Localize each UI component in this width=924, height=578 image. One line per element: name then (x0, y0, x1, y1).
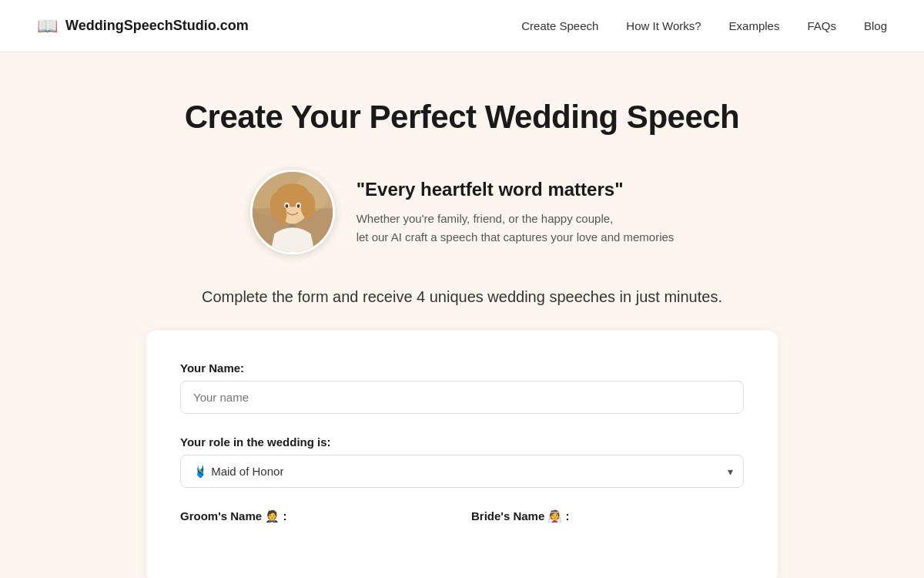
nav-faqs[interactable]: FAQs (807, 19, 836, 32)
testimonial-text: "Every heartfelt word matters" Whether y… (357, 177, 675, 246)
quote-text: "Every heartfelt word matters" (357, 177, 675, 201)
nav-links: Create Speech How It Works? Examples FAQ… (521, 19, 887, 33)
name-label: Your Name: (180, 361, 744, 375)
avatar (250, 170, 335, 254)
nav-blog[interactable]: Blog (864, 19, 887, 32)
nav-create-speech[interactable]: Create Speech (521, 19, 598, 32)
groom-field-group: Groom's Name 🤵 : (180, 509, 453, 529)
bride-label: Bride's Name 👰 : (471, 509, 744, 523)
testimonial-section: "Every heartfelt word matters" Whether y… (250, 170, 675, 254)
name-field-group: Your Name: (180, 361, 744, 414)
role-field-group: Your role in the wedding is: 🩱 Maid of H… (180, 435, 744, 488)
names-row: Groom's Name 🤵 : Bride's Name 👰 : (180, 509, 744, 551)
svg-point-13 (285, 204, 288, 208)
page-title: Create Your Perfect Wedding Speech (185, 99, 740, 136)
role-label: Your role in the wedding is: (180, 435, 744, 449)
name-input[interactable] (180, 381, 744, 414)
role-select[interactable]: 🩱 Maid of Honor 👔 Best Man 👴 Father of t… (180, 455, 744, 488)
book-icon: 📖 (37, 16, 58, 36)
main-content: Create Your Perfect Wedding Speech (0, 52, 924, 578)
form-card: Your Name: Your role in the wedding is: … (146, 331, 778, 578)
navbar: 📖 WeddingSpeechStudio.com Create Speech … (0, 0, 924, 52)
groom-label: Groom's Name 🤵 : (180, 509, 453, 523)
svg-point-14 (296, 204, 300, 208)
brand-logo[interactable]: 📖 WeddingSpeechStudio.com (37, 16, 249, 36)
nav-examples[interactable]: Examples (729, 19, 780, 32)
svg-point-9 (300, 192, 315, 218)
subheading-text: Complete the form and receive 4 uniques … (202, 288, 722, 306)
brand-name: WeddingSpeechStudio.com (65, 18, 249, 34)
role-select-wrapper: 🩱 Maid of Honor 👔 Best Man 👴 Father of t… (180, 455, 744, 488)
bride-field-group: Bride's Name 👰 : (471, 509, 744, 529)
quote-subtext: Whether you're family, friend, or the ha… (357, 210, 675, 247)
nav-how-it-works[interactable]: How It Works? (626, 19, 701, 32)
